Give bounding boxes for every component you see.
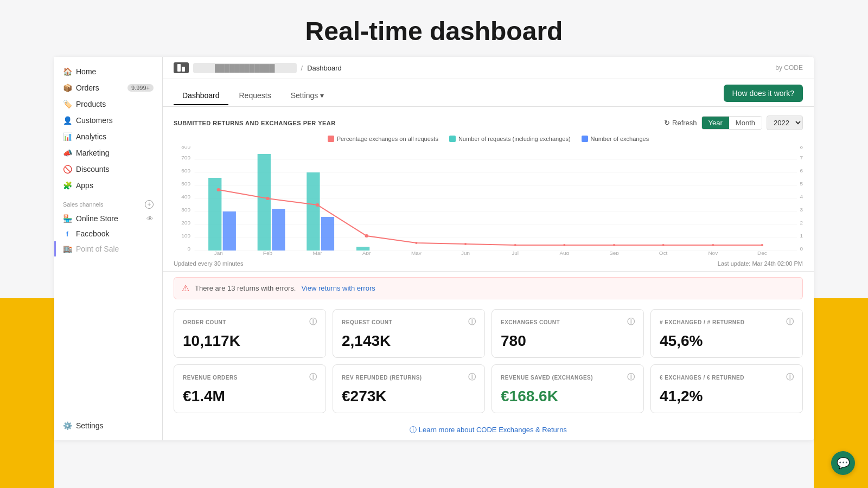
svg-text:0%: 0% (800, 246, 803, 251)
info-icon-revenue-orders[interactable]: ⓘ (309, 373, 317, 382)
period-year-button[interactable]: Year (702, 117, 729, 129)
marketing-icon: 📣 (63, 149, 72, 157)
svg-text:40%: 40% (800, 194, 803, 199)
metric-value-request-count: 2,143K (342, 332, 476, 350)
home-icon: 🏠 (63, 67, 72, 76)
svg-point-36 (365, 234, 368, 237)
legend-color-1 (449, 136, 456, 142)
svg-rect-32 (321, 217, 334, 251)
svg-text:Dec: Dec (757, 250, 767, 255)
svg-text:60%: 60% (800, 168, 803, 173)
svg-text:50%: 50% (800, 181, 803, 186)
chart-area: 0 100 200 300 400 500 600 700 800 0% 10%… (174, 146, 803, 257)
svg-text:Jan: Jan (214, 250, 223, 255)
info-icon-exchanges-count[interactable]: ⓘ (627, 317, 635, 327)
info-icon-request-count[interactable]: ⓘ (468, 317, 476, 327)
topbar: ████████████ / Dashboard by CODE (163, 57, 814, 79)
svg-text:200: 200 (181, 220, 190, 225)
footer-learn-more-link[interactable]: Learn more about CODE Exchanges & Return… (419, 426, 567, 434)
tab-settings[interactable]: Settings ▾ (282, 87, 333, 105)
svg-text:700: 700 (181, 155, 190, 160)
sidebar-item-apps[interactable]: 🧩 Apps (54, 177, 162, 194)
products-icon: 🏷️ (63, 100, 72, 108)
metric-label-revenue-saved: REVENUE SAVED (EXCHANGES) ⓘ (501, 373, 635, 382)
chat-icon: 💬 (837, 457, 850, 470)
svg-point-35 (316, 203, 320, 207)
sidebar-item-home[interactable]: 🏠 Home (54, 63, 162, 80)
sidebar-item-customers[interactable]: 👤 Customers (54, 112, 162, 129)
refresh-label: Refresh (672, 119, 697, 127)
sidebar-label-orders: Orders (76, 84, 99, 92)
how-it-works-button[interactable]: How does it work? (724, 85, 803, 102)
yellow-decoration-left (0, 298, 54, 488)
svg-point-37 (415, 242, 417, 244)
info-icon-revenue-saved[interactable]: ⓘ (627, 373, 635, 382)
metric-label-order-count: ORDER COUNT ⓘ (183, 317, 317, 327)
sidebar-item-products[interactable]: 🏷️ Products (54, 96, 162, 112)
sidebar-item-point-of-sale[interactable]: 🏬 Point of Sale (54, 241, 162, 256)
metric-card-eur-ratio: € EXCHANGES / € RETURNED ⓘ 41,2% (650, 364, 803, 413)
view-errors-link[interactable]: View returns with errors (301, 284, 375, 292)
sidebar-item-facebook[interactable]: f Facebook (54, 226, 162, 241)
svg-point-34 (266, 197, 270, 200)
sales-channels-label: Sales channels (63, 201, 104, 208)
point-of-sale-icon: 🏬 (63, 245, 72, 253)
metric-label-rev-refunded: REV REFUNDED (RETURNS) ⓘ (342, 373, 476, 382)
footer-area: ⓘ Learn more about CODE Exchanges & Retu… (163, 420, 814, 440)
main-content: ████████████ / Dashboard by CODE Dashboa… (163, 57, 814, 440)
period-toggle: Year Month (701, 116, 762, 130)
svg-text:Apr: Apr (362, 250, 371, 255)
legend-item-0: Percentage exchanges on all requests (328, 136, 438, 142)
metric-value-exchanges-count: 780 (501, 332, 635, 350)
info-icon-rev-refunded[interactable]: ⓘ (468, 373, 476, 382)
info-icon-eur-ratio[interactable]: ⓘ (786, 373, 794, 382)
facebook-icon: f (63, 229, 72, 238)
svg-rect-31 (272, 209, 285, 251)
chart-controls: ↻ Refresh Year Month 2022 2021 2020 (664, 115, 803, 130)
sidebar-label-facebook: Facebook (76, 229, 109, 238)
tab-requests[interactable]: Requests (231, 87, 280, 105)
sidebar-item-marketing[interactable]: 📣 Marketing (54, 145, 162, 161)
sidebar-item-settings[interactable]: ⚙️ Settings (54, 418, 162, 434)
sidebar-item-orders[interactable]: 📦 Orders 9.999+ (54, 80, 162, 96)
sidebar-item-discounts[interactable]: 🚫 Discounts (54, 161, 162, 177)
info-icon-order-count[interactable]: ⓘ (309, 317, 317, 327)
svg-text:Feb: Feb (263, 250, 272, 255)
period-month-button[interactable]: Month (729, 117, 762, 129)
eye-icon[interactable]: 👁 (146, 215, 154, 223)
page-title: Real-time dashboard (0, 0, 868, 57)
metric-card-order-count: ORDER COUNT ⓘ 10,117K (174, 309, 326, 358)
tab-dashboard[interactable]: Dashboard (174, 87, 228, 105)
chat-bubble-button[interactable]: 💬 (831, 451, 855, 475)
chart-section: SUBMITTED RETURNS AND EXCHANGES PER YEAR… (163, 107, 814, 272)
year-select[interactable]: 2022 2021 2020 (767, 115, 803, 130)
legend-label-2: Number of exchanges (591, 136, 649, 142)
refresh-button[interactable]: ↻ Refresh (664, 119, 697, 127)
chart-updated-label: Updated every 30 minutes (174, 260, 243, 267)
metrics-grid-row1: ORDER COUNT ⓘ 10,117K REQUEST COUNT ⓘ 2,… (163, 309, 814, 364)
metric-card-exchanged-returned: # EXCHANGED / # RETURNED ⓘ 45,6% (650, 309, 803, 358)
add-sales-channel-button[interactable]: + (145, 200, 154, 209)
info-icon-exchanged-returned[interactable]: ⓘ (786, 317, 794, 327)
sidebar-label-apps: Apps (76, 181, 93, 190)
by-code-label: by CODE (775, 64, 803, 72)
legend-color-2 (582, 136, 588, 142)
sidebar-label-marketing: Marketing (76, 149, 109, 157)
svg-text:600: 600 (181, 168, 190, 173)
legend-color-0 (328, 136, 334, 142)
chart-info-bar: Updated every 30 minutes Last update: Ma… (174, 257, 803, 267)
breadcrumb-page: Dashboard (307, 64, 342, 72)
legend-label-1: Number of requests (including exchanges) (458, 136, 571, 142)
svg-text:10%: 10% (800, 233, 803, 238)
metric-value-exchanged-returned: 45,6% (660, 332, 794, 350)
svg-point-39 (514, 244, 516, 246)
svg-point-42 (662, 244, 664, 246)
sidebar-label-settings: Settings (76, 421, 104, 430)
svg-point-38 (464, 243, 467, 245)
svg-text:30%: 30% (800, 207, 803, 212)
sidebar-item-analytics[interactable]: 📊 Analytics (54, 129, 162, 145)
legend-label-0: Percentage exchanges on all requests (337, 136, 438, 142)
active-bar (54, 241, 56, 256)
svg-text:500: 500 (181, 181, 190, 186)
sidebar-item-online-store[interactable]: 🏪 Online Store 👁 (54, 211, 162, 226)
